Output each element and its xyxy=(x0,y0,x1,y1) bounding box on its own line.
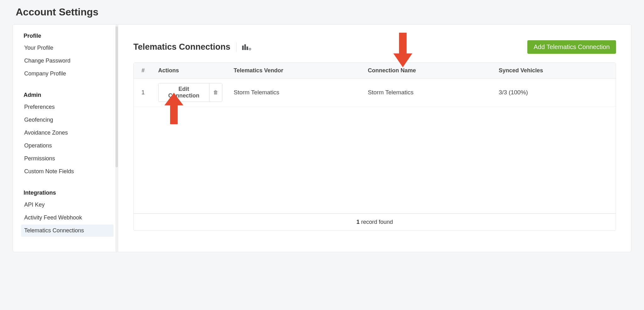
sidebar-heading-admin: Admin xyxy=(13,89,115,101)
gear-icon: ⚙ xyxy=(248,47,252,51)
main-content: Telematics Connections ⚙ Add Telematics … xyxy=(118,25,631,252)
add-telematics-connection-button[interactable]: Add Telematics Connection xyxy=(527,40,616,54)
sidebar-item-geofencing[interactable]: Geofencing xyxy=(21,114,114,126)
cell-number: 1 xyxy=(134,79,153,107)
cell-actions: Edit Connection 🗑 xyxy=(153,79,228,107)
col-header-number: # xyxy=(134,63,153,79)
sidebar-heading-integrations: Integrations xyxy=(13,187,115,199)
sidebar-item-activity-feed-webhook[interactable]: Activity Feed Webhook xyxy=(21,212,114,224)
settings-panel: Profile Your Profile Change Password Com… xyxy=(13,24,631,252)
col-header-name: Connection Name xyxy=(362,63,493,79)
connections-table: # Actions Telematics Vendor Connection N… xyxy=(134,63,616,213)
table-footer: 1 record found xyxy=(134,213,616,230)
cell-name: Storm Telematics xyxy=(362,79,493,107)
col-header-actions: Actions xyxy=(153,63,228,79)
sidebar-item-your-profile[interactable]: Your Profile xyxy=(21,42,114,54)
col-header-vendor: Telematics Vendor xyxy=(228,63,362,79)
record-count: 1 xyxy=(356,219,359,225)
edit-connection-button[interactable]: Edit Connection xyxy=(158,83,209,102)
sidebar-scrollbar[interactable] xyxy=(115,25,118,252)
record-text: record found xyxy=(359,219,393,225)
sidebar-item-preferences[interactable]: Preferences xyxy=(21,101,114,113)
sidebar-item-api-key[interactable]: API Key xyxy=(21,199,114,211)
sidebar-item-change-password[interactable]: Change Password xyxy=(21,55,114,67)
sidebar-scrollbar-thumb[interactable] xyxy=(115,26,118,167)
connections-table-card: # Actions Telematics Vendor Connection N… xyxy=(133,63,616,231)
sidebar-item-telematics-connections[interactable]: Telematics Connections xyxy=(21,224,114,237)
sidebar-item-custom-note-fields[interactable]: Custom Note Fields xyxy=(21,165,114,178)
sidebar-heading-profile: Profile xyxy=(13,30,115,42)
sidebar-item-operations[interactable]: Operations xyxy=(21,140,114,152)
page-title: Account Settings xyxy=(16,6,631,18)
column-settings-icon[interactable]: ⚙ xyxy=(242,44,252,50)
table-row: 1 Edit Connection 🗑 Storm Telematics xyxy=(134,79,616,107)
sidebar: Profile Your Profile Change Password Com… xyxy=(13,25,118,252)
sidebar-item-company-profile[interactable]: Company Profile xyxy=(21,68,114,80)
delete-connection-button[interactable]: 🗑 xyxy=(209,83,222,102)
cell-synced: 3/3 (100%) xyxy=(493,79,616,107)
main-title: Telematics Connections xyxy=(133,42,230,52)
cell-vendor: Storm Telematics xyxy=(228,79,362,107)
sidebar-item-permissions[interactable]: Permissions xyxy=(21,152,114,165)
sidebar-item-avoidance-zones[interactable]: Avoidance Zones xyxy=(21,127,114,139)
col-header-synced: Synced Vehicles xyxy=(493,63,616,79)
trash-icon: 🗑 xyxy=(213,90,218,95)
title-divider xyxy=(236,42,236,52)
